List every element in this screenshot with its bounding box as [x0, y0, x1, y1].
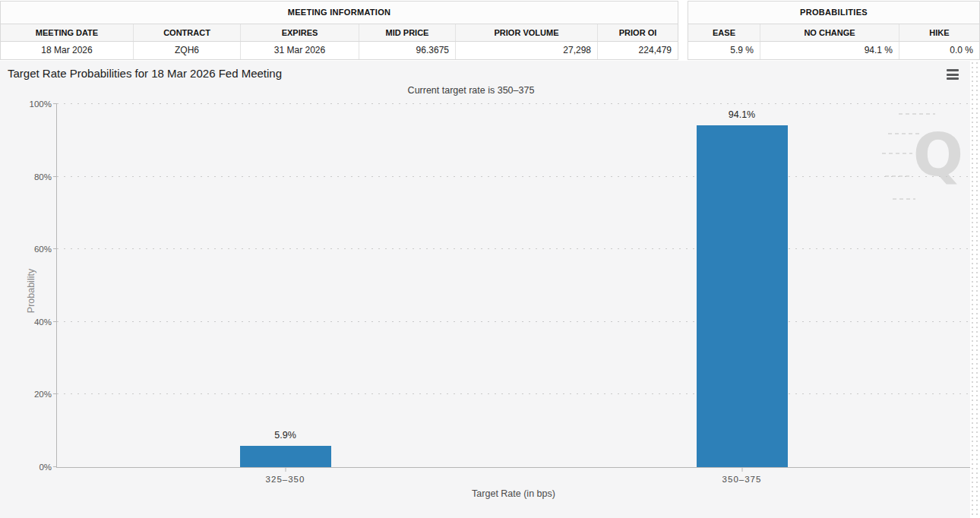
- gridline-100: [57, 103, 970, 104]
- gridline-60: [57, 248, 970, 249]
- gridline-20: [57, 393, 970, 394]
- prior-volume-value: 27,298: [456, 42, 598, 59]
- target-rate-chart-panel: Target Rate Probabilities for 18 Mar 202…: [0, 61, 970, 518]
- plot-area: 0%20%40%60%80%100%5.9%325–35094.1%350–37…: [57, 104, 970, 467]
- y-tick-label: 40%: [34, 317, 52, 327]
- y-tick-mark: [53, 393, 57, 394]
- bar-slot-350–375: 94.1%: [697, 104, 788, 467]
- column-header: MID PRICE: [359, 24, 456, 41]
- probabilities-table: PROBABILITIES EASE NO CHANGE HIKE 5.9 % …: [688, 1, 980, 60]
- x-axis-title: Target Rate (in bps): [57, 488, 970, 499]
- no-change-value: 94.1 %: [760, 42, 899, 59]
- y-tick-mark: [53, 103, 57, 104]
- page-edge-pattern: [970, 61, 980, 518]
- chart-subtitle: Current target rate is 350–375: [0, 85, 942, 96]
- x-tick-label: 350–375: [722, 475, 762, 484]
- mid-price-value: 96.3675: [359, 42, 456, 59]
- y-tick-mark: [53, 321, 57, 322]
- column-header: PRIOR VOLUME: [456, 24, 598, 41]
- expires-value: 31 Mar 2026: [241, 42, 359, 59]
- y-tick-label: 60%: [34, 245, 52, 254]
- y-tick-label: 100%: [30, 99, 52, 109]
- y-tick-label: 20%: [34, 390, 52, 399]
- bar-350–375: [697, 125, 788, 467]
- fedwatch-page: MEETING INFORMATION MEETING DATE CONTRAC…: [0, 0, 980, 518]
- probabilities-title: PROBABILITIES: [688, 2, 979, 24]
- hamburger-menu-icon[interactable]: [947, 69, 959, 80]
- bar-value-label: 94.1%: [729, 109, 755, 120]
- probabilities-value-row: 5.9 % 94.1 % 0.0 %: [688, 42, 979, 59]
- bar-slot-325–350: 5.9%: [240, 104, 331, 467]
- hike-value: 0.0 %: [899, 42, 979, 59]
- prior-oi-value: 224,479: [598, 42, 678, 59]
- meeting-information-table: MEETING INFORMATION MEETING DATE CONTRAC…: [0, 1, 678, 60]
- y-axis-line: [56, 104, 57, 467]
- y-tick-mark: [53, 248, 57, 249]
- column-header: MEETING DATE: [1, 24, 134, 41]
- ease-value: 5.9 %: [688, 42, 760, 59]
- bar-value-label: 5.9%: [274, 430, 296, 441]
- column-header: NO CHANGE: [760, 24, 899, 41]
- bar-325–350: [240, 446, 331, 467]
- probabilities-header-row: EASE NO CHANGE HIKE: [688, 24, 979, 42]
- column-header: CONTRACT: [134, 24, 241, 41]
- gridline-80: [57, 176, 970, 177]
- x-axis-line: [56, 467, 970, 468]
- y-tick-label: 80%: [34, 172, 52, 182]
- y-tick-label: 0%: [39, 463, 52, 472]
- column-header: EXPIRES: [241, 24, 359, 41]
- y-tick-mark: [53, 176, 57, 177]
- column-header: EASE: [688, 24, 760, 41]
- meeting-information-title: MEETING INFORMATION: [1, 2, 678, 24]
- contract-value: ZQH6: [134, 42, 241, 59]
- column-header: PRIOR OI: [598, 24, 678, 41]
- column-header: HIKE: [899, 24, 979, 41]
- meeting-date-value: 18 Mar 2026: [1, 42, 134, 59]
- y-tick-mark: [53, 466, 57, 467]
- x-tick-mark: [741, 467, 742, 472]
- chart-title: Target Rate Probabilities for 18 Mar 202…: [8, 67, 282, 80]
- x-tick-label: 325–350: [266, 475, 305, 484]
- x-tick-mark: [285, 467, 286, 472]
- y-axis-title: Probability: [26, 269, 36, 313]
- meeting-information-header-row: MEETING DATE CONTRACT EXPIRES MID PRICE …: [1, 24, 678, 42]
- meeting-information-value-row: 18 Mar 2026 ZQH6 31 Mar 2026 96.3675 27,…: [1, 42, 678, 59]
- gridline-40: [57, 321, 970, 322]
